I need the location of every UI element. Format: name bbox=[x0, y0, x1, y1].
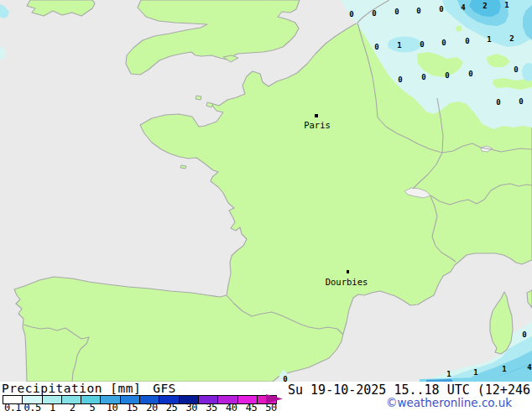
map-area: Paris Dourbies 0000042101000120000000011… bbox=[0, 0, 532, 382]
legend-tick: 40 bbox=[226, 402, 237, 411]
land-ireland bbox=[27, 0, 95, 16]
precip-value: 1 bbox=[502, 365, 506, 373]
legend-tick: 25 bbox=[166, 402, 177, 411]
precip-value: 0 bbox=[468, 70, 472, 78]
legend-tick: 10 bbox=[107, 402, 117, 411]
precip-value: 0 bbox=[465, 37, 469, 45]
legend-title-text: Precipitation bbox=[2, 382, 102, 395]
precip-value: 0 bbox=[522, 330, 526, 339]
precip-value: 0 bbox=[519, 97, 523, 106]
legend-tick: 1 bbox=[50, 402, 55, 411]
legend-tick: 5 bbox=[89, 402, 95, 411]
precip-value: 1 bbox=[487, 35, 491, 44]
legend-title: Precipitation [mm]GFS bbox=[2, 382, 176, 395]
weather-map-page: { "map": { "cities": [ {"name": "paris",… bbox=[0, 0, 532, 411]
legend-tick: 15 bbox=[126, 402, 137, 411]
legend-tick: 45 bbox=[246, 402, 257, 411]
dourbies-label: Dourbies bbox=[326, 277, 368, 287]
paris-label: Paris bbox=[304, 120, 331, 130]
paris-marker bbox=[315, 114, 318, 117]
legend-tick: 20 bbox=[146, 402, 157, 411]
precip-value: 0 bbox=[514, 65, 518, 74]
precip-value: 0 bbox=[349, 10, 353, 18]
precip-value: 4 bbox=[461, 3, 466, 12]
weather-map: Paris Dourbies 0000042101000120000000011… bbox=[0, 0, 532, 382]
channel-island-1 bbox=[196, 96, 201, 100]
precip-value: 0 bbox=[398, 75, 402, 84]
legend-tick: 0.1 bbox=[4, 402, 21, 411]
brittany-islet bbox=[180, 165, 186, 169]
precip-value: 0 bbox=[416, 7, 420, 15]
precip-value: 4 bbox=[527, 363, 532, 372]
precip-value: 1 bbox=[504, 1, 509, 9]
legend-tick: 0.5 bbox=[24, 402, 41, 411]
precip-value: 0 bbox=[445, 71, 449, 80]
precip-value: 1 bbox=[446, 370, 451, 378]
precip-value: 0 bbox=[421, 73, 425, 81]
precip-value: 0 bbox=[372, 9, 376, 18]
dourbies-marker bbox=[347, 270, 349, 273]
legend-tick: 2 bbox=[70, 402, 76, 411]
copyright-link[interactable]: ©weatheronline.co.uk bbox=[386, 396, 512, 409]
legend-tick: 35 bbox=[206, 402, 216, 411]
precip-value: 0 bbox=[374, 43, 378, 51]
precip-value: 0 bbox=[283, 375, 287, 382]
legend-model: GFS bbox=[153, 382, 176, 395]
precip-value: 0 bbox=[496, 98, 500, 107]
precip-value: 0 bbox=[394, 8, 399, 16]
precip-value: 1 bbox=[473, 368, 477, 377]
precip-value: 2 bbox=[509, 34, 514, 43]
precip-value: 2 bbox=[482, 2, 487, 10]
precip-value: 0 bbox=[441, 39, 446, 47]
precip-value: 0 bbox=[420, 40, 424, 49]
precip-value: 0 bbox=[439, 5, 443, 13]
legend-unit: [mm] bbox=[110, 382, 141, 395]
legend-tick: 30 bbox=[186, 402, 197, 411]
legend-tick: 50 bbox=[265, 402, 276, 411]
precip-blob-small bbox=[388, 37, 421, 53]
precip-value: 1 bbox=[397, 41, 401, 49]
